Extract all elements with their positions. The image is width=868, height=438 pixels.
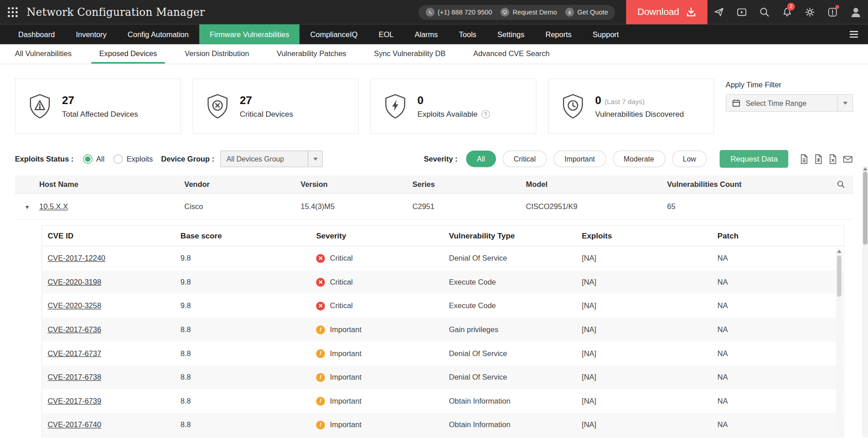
filter-row: Exploits Status : All Exploits Device Gr… bbox=[0, 134, 868, 168]
request-demo-label: Request Demo bbox=[513, 8, 557, 16]
card-label: Vulnerabilities Discovered bbox=[595, 110, 684, 119]
table-search-icon[interactable] bbox=[828, 180, 853, 189]
notifications-bell-icon[interactable]: 2 bbox=[776, 0, 798, 24]
device-row[interactable]: ▼ 10.5.X.X Cisco 15.4(3)M5 C2951 CISCO29… bbox=[15, 194, 853, 219]
severity-text: Critical bbox=[330, 278, 353, 286]
scrollbar-thumb[interactable] bbox=[863, 171, 867, 244]
device-group-select[interactable]: All Devices Group bbox=[220, 151, 323, 167]
svg-text:$: $ bbox=[568, 10, 571, 15]
cve-link[interactable]: CVE-2017-6736 bbox=[48, 325, 101, 333]
nav-item[interactable]: EOL bbox=[368, 24, 404, 44]
pdf-export-icon[interactable] bbox=[799, 153, 809, 164]
scroll-up-icon[interactable] bbox=[863, 167, 867, 170]
app: Network Configuration Manager (+1) 888 7… bbox=[0, 0, 868, 437]
request-demo-link[interactable]: Request Demo bbox=[501, 8, 557, 17]
get-quote-link[interactable]: $ Get Quote bbox=[565, 8, 608, 17]
subnav-tab[interactable]: Advanced CVE Search bbox=[466, 44, 558, 64]
exploits-status-radio[interactable]: All bbox=[83, 154, 105, 164]
severity-pill[interactable]: Important bbox=[553, 151, 606, 167]
chevron-down-icon bbox=[308, 151, 322, 167]
col-vendor: Vendor bbox=[184, 180, 300, 188]
nav-item[interactable]: Inventory bbox=[65, 24, 117, 44]
card-critical-devices: 27 Critical Devices bbox=[193, 79, 359, 134]
cve-link[interactable]: CVE-2017-6737 bbox=[48, 349, 101, 357]
severity-icon bbox=[316, 349, 325, 358]
user-avatar[interactable] bbox=[844, 0, 868, 24]
nav-item[interactable]: Dashboard bbox=[8, 24, 65, 44]
device-model: CISCO2951/K9 bbox=[526, 202, 667, 210]
subnav-tab[interactable]: Vulnerability Patches bbox=[269, 44, 354, 64]
settings-gear-icon[interactable] bbox=[798, 0, 821, 24]
cve-base-score: 8.8 bbox=[181, 325, 316, 333]
exploits-status-radio[interactable]: Exploits bbox=[113, 154, 153, 164]
nav-item[interactable]: ComplianceIQ bbox=[300, 24, 368, 44]
cve-patch: NA bbox=[717, 325, 844, 333]
time-range-select[interactable]: Select Time Range bbox=[726, 94, 853, 112]
cve-table-scrollbar[interactable] bbox=[836, 248, 843, 434]
severity-pill[interactable]: Critical bbox=[503, 151, 547, 167]
nav-item[interactable]: Config Automation bbox=[117, 24, 199, 44]
cve-link[interactable]: CVE-2017-6738 bbox=[48, 373, 101, 381]
alert-dot bbox=[835, 5, 839, 9]
cve-table: CVE ID Base score Severity Vulnerability… bbox=[42, 225, 844, 437]
download-button[interactable]: Download bbox=[626, 0, 707, 24]
severity-text: Important bbox=[330, 397, 362, 405]
nav-item[interactable]: Firmware Vulnerabilities bbox=[199, 24, 300, 44]
cve-link[interactable]: CVE-2017-12240 bbox=[48, 254, 105, 262]
host-link[interactable]: 10.5.X.X bbox=[39, 202, 68, 210]
radio-icon bbox=[83, 154, 92, 164]
sub-nav: All Vulnerabilities Exposed Devices Vers… bbox=[0, 44, 868, 64]
severity-text: Important bbox=[330, 349, 362, 357]
device-vendor: Cisco bbox=[184, 202, 300, 210]
scrollbar-thumb[interactable] bbox=[837, 256, 841, 297]
collapse-caret-icon[interactable]: ▼ bbox=[24, 204, 30, 210]
severity-pill[interactable]: Low bbox=[672, 151, 707, 167]
cve-exploits: [NA] bbox=[582, 278, 718, 286]
search-icon[interactable] bbox=[753, 0, 776, 24]
cve-link[interactable]: CVE-2020-3198 bbox=[48, 278, 101, 286]
cve-row: CVE-2020-3258 9.8 Critical Execute Code … bbox=[42, 294, 844, 318]
subnav-tab[interactable]: Sync Vulnerability DB bbox=[366, 44, 453, 64]
cve-link[interactable]: CVE-2020-3258 bbox=[48, 302, 101, 310]
alerts-icon[interactable] bbox=[821, 0, 844, 24]
subnav-tab[interactable]: All Vulnerabilities bbox=[7, 44, 79, 64]
nav-item[interactable]: Support bbox=[582, 24, 629, 44]
col-vulnerabilities-count: Vulnerabilities Count bbox=[667, 180, 828, 188]
subnav-tab[interactable]: Version Distribution bbox=[177, 44, 257, 64]
cve-link[interactable]: CVE-2017-6739 bbox=[48, 397, 101, 405]
severity-pill[interactable]: Moderate bbox=[613, 151, 665, 167]
subnav-tab[interactable]: Exposed Devices bbox=[91, 44, 165, 64]
get-quote-label: Get Quote bbox=[577, 8, 608, 16]
shield-alert-icon bbox=[28, 93, 52, 119]
device-version: 15.4(3)M5 bbox=[300, 202, 412, 210]
scroll-up-icon[interactable] bbox=[837, 250, 841, 253]
csv-export-icon[interactable] bbox=[814, 153, 823, 164]
xls-export-icon[interactable] bbox=[828, 153, 838, 164]
cve-row: CVE-2017-6738 8.8 Important Denial Of Se… bbox=[42, 365, 844, 389]
device-group-value: All Devices Group bbox=[226, 155, 284, 163]
card-value-suffix: (Last 7 days) bbox=[605, 98, 644, 106]
videos-icon[interactable] bbox=[730, 0, 753, 24]
whats-new-icon[interactable] bbox=[707, 0, 730, 24]
request-data-button[interactable]: Request Data bbox=[720, 150, 788, 167]
cve-link[interactable]: CVE-2017-6740 bbox=[48, 421, 101, 429]
cve-patch: NA bbox=[717, 421, 844, 429]
device-series: C2951 bbox=[412, 202, 526, 210]
help-icon[interactable]: ? bbox=[482, 110, 490, 118]
page-scrollbar[interactable] bbox=[862, 166, 868, 437]
dollar-icon: $ bbox=[565, 8, 574, 17]
shield-clock-icon bbox=[561, 93, 585, 119]
nav-item[interactable]: Settings bbox=[487, 24, 535, 44]
nav-item[interactable]: Alarms bbox=[404, 24, 448, 44]
phone-link[interactable]: (+1) 888 720 9500 bbox=[425, 8, 492, 17]
app-launcher-icon[interactable] bbox=[8, 7, 18, 17]
summary-cards: 27 Total Affected Devices 27 Critical De… bbox=[0, 64, 868, 134]
severity-pill[interactable]: All bbox=[466, 151, 496, 167]
top-header: Network Configuration Manager (+1) 888 7… bbox=[0, 0, 868, 24]
email-export-icon[interactable] bbox=[843, 153, 853, 164]
menu-hamburger-icon[interactable] bbox=[850, 31, 858, 38]
time-range-value: Select Time Range bbox=[746, 99, 806, 107]
nav-item[interactable]: Tools bbox=[448, 24, 487, 44]
col-exploits: Exploits bbox=[582, 231, 718, 240]
nav-item[interactable]: Reports bbox=[535, 24, 582, 44]
